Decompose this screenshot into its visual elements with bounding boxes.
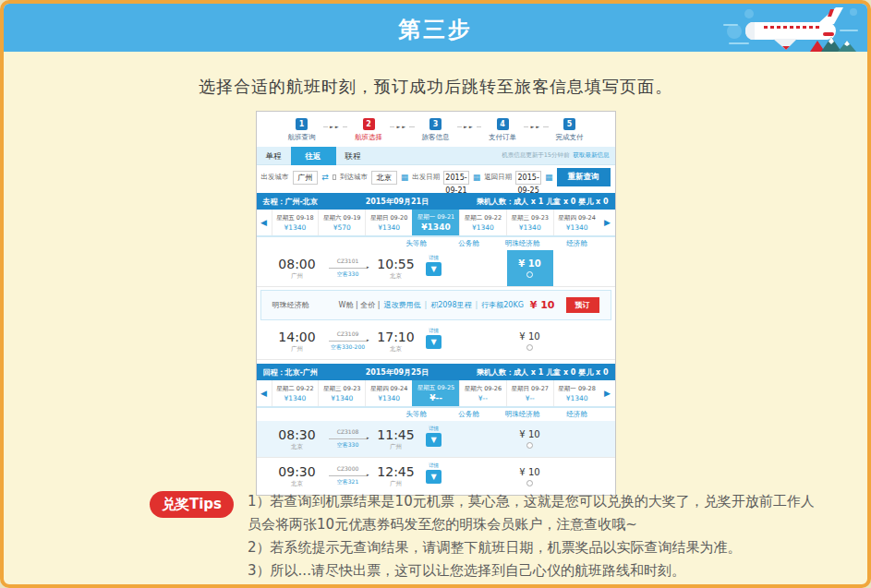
step-number: 1 <box>296 118 308 130</box>
tab-oneway[interactable]: 单程 <box>257 147 291 165</box>
outbound-header-bar: 去程：广州-北京 2015年09月21日 乘机人数：成人 x 1 儿童 x 0 … <box>257 193 615 210</box>
step-connector: ►► <box>323 124 348 129</box>
date-cell[interactable]: 星期六 09-19 ¥570 <box>318 210 365 235</box>
detail-dropdown-button[interactable]: 详情 ▼ <box>425 462 443 484</box>
tab-multileg[interactable]: 联程 <box>336 147 370 165</box>
outbound-route: 去程：广州-北京 <box>263 197 318 207</box>
depart-calendar-icon[interactable]: ▦ <box>473 174 481 182</box>
refresh-link[interactable]: 获取最新信息 <box>574 151 615 160</box>
mileage-link[interactable]: 积2098里程 <box>430 300 471 310</box>
date-cell[interactable]: 星期一 09-28 ¥1340 <box>553 380 600 406</box>
date-cell[interactable]: 星期日 09-20 ¥1340 <box>365 210 412 235</box>
step-connector: ►► <box>390 124 415 129</box>
date-cell[interactable]: 星期三 09-23 ¥1340 <box>506 210 553 235</box>
tab-roundtrip[interactable]: 往返 <box>291 147 336 165</box>
detail-dropdown-button[interactable]: 详情 ▼ <box>425 426 443 447</box>
inbound-date: 2015年09月25日 <box>366 367 429 378</box>
date-cell[interactable]: 星期日 09-27 ¥-- <box>506 380 553 406</box>
date-price: ¥1340 <box>378 394 400 402</box>
from-city-input[interactable]: 广州 <box>293 171 319 185</box>
aircraft-type[interactable]: 空客330 <box>325 441 371 450</box>
date-cell[interactable]: 星期四 09-24 ¥1340 <box>365 380 412 406</box>
date-cell-selected[interactable]: 星期五 09-25 ¥-- <box>412 380 459 406</box>
detail-label: 详情 <box>425 328 443 334</box>
fare-cabin: 明珠经济舱 <box>272 300 309 310</box>
tip-item-2: 2）若系统提示无查询结果，请调整下航班日期，机票奖品以实际查询结果为准。 <box>248 536 825 559</box>
tip-item-1: 1）若查询到机票结果是10元机票，莫心急，这就是您可以兑换的大奖了，兑奖开放前工… <box>248 490 825 536</box>
refund-rule-link[interactable]: 退改费用低 <box>383 300 420 310</box>
date-label: 星期日 09-27 <box>511 385 548 393</box>
tips-badge: 兑奖Tips <box>150 491 234 518</box>
prev-dates-arrow[interactable]: ◀ <box>257 380 272 406</box>
detail-dropdown-button[interactable]: 详情 ▼ <box>425 328 443 349</box>
cabin-pearl-economy: 明珠经济舱 <box>505 410 540 419</box>
date-price: ¥1340 <box>519 223 541 232</box>
departure-block: 14:00 广州 <box>272 330 323 354</box>
step-passenger-info: 3 旅客信息 <box>415 118 457 142</box>
arr-city: 广州 <box>373 443 419 451</box>
prev-dates-arrow[interactable]: ◀ <box>257 210 272 235</box>
trip-type-tabs: 单程 往返 联程 机票信息更新于15分钟前 获取最新信息 <box>257 147 615 165</box>
detail-dropdown-button[interactable]: 详情 ▼ <box>425 255 443 276</box>
price-cell[interactable]: ¥ 10 <box>507 421 553 457</box>
cabin-business: 公务舱 <box>458 410 479 419</box>
depart-date-input[interactable]: 2015-09-21 <box>443 171 469 185</box>
price-cell[interactable]: ¥ 10 <box>507 458 553 495</box>
to-city-label: 到达城市 <box>340 173 368 182</box>
date-cell[interactable]: 星期四 09-24 ¥1340 <box>553 210 600 235</box>
swap-cities-icon[interactable]: ⇄ <box>321 173 329 182</box>
return-date-input[interactable]: 2015-09-25 <box>515 171 541 185</box>
step-number: 5 <box>563 118 575 130</box>
arr-time: 17:10 <box>373 330 419 344</box>
date-cell[interactable]: 星期二 09-22 ¥1340 <box>272 380 319 406</box>
fare-price: ¥ 10 <box>519 467 539 477</box>
aircraft-type[interactable]: 空客330 <box>325 270 371 279</box>
arr-city: 北京 <box>373 345 419 354</box>
flight-info-block: CZ3109 空客330-200 <box>325 330 371 352</box>
chevron-down-icon: ▼ <box>426 433 442 447</box>
cabin-pearl-economy: 明珠经济舱 <box>505 239 540 248</box>
departure-block: 08:00 广州 <box>272 257 323 281</box>
arr-time: 10:55 <box>373 257 419 271</box>
step-flight-search: 1 航班查询 <box>281 118 323 142</box>
baggage-link[interactable]: 行李额20KG <box>481 300 524 310</box>
next-dates-arrow[interactable]: ▶ <box>600 210 615 235</box>
date-price: ¥-- <box>429 393 442 402</box>
inbound-pax: 乘机人数：成人 x 1 儿童 x 0 婴儿 x 0 <box>477 367 608 378</box>
dep-city: 北京 <box>272 480 323 488</box>
fare-radio <box>526 271 533 278</box>
fare-radio <box>526 344 533 351</box>
outbound-pax: 乘机人数：成人 x 1 儿童 x 0 婴儿 x 0 <box>477 197 608 207</box>
step-number: 2 <box>363 118 375 130</box>
date-cell[interactable]: 星期五 09-18 ¥1340 <box>272 210 319 235</box>
date-label: 星期日 09-20 <box>370 214 407 222</box>
step-flight-select: 2 航班选择 <box>347 118 390 142</box>
aircraft-type[interactable]: 空客330-200 <box>325 343 371 352</box>
date-cell[interactable]: 星期三 09-23 ¥1340 <box>318 380 365 406</box>
step-number: 3 <box>429 118 442 130</box>
price-cell[interactable]: ¥ 10 <box>507 323 553 359</box>
date-price: ¥1340 <box>284 394 307 402</box>
to-city-input[interactable]: 北京 <box>371 171 397 185</box>
fare-price: ¥ 10 <box>518 258 540 269</box>
date-cell-selected[interactable]: 星期一 09-21 ¥1340 <box>412 210 459 235</box>
booking-screenshot: 1 航班查询 ►► 2 航班选择 ►► 3 旅客信息 ►► 4 支付订单 ►► … <box>256 111 616 496</box>
date-label: 星期六 09-26 <box>465 385 502 393</box>
date-price: ¥1340 <box>566 394 588 402</box>
city-picker-icon[interactable]: ▦ <box>401 174 409 182</box>
return-calendar-icon[interactable]: ▦ <box>545 174 553 182</box>
price-cell-selected[interactable]: ¥ 10 <box>507 250 553 286</box>
step-label: 航班选择 <box>355 133 382 142</box>
arr-time: 11:45 <box>373 427 419 442</box>
aircraft-type[interactable]: 空客321 <box>325 478 371 486</box>
option-checkbox[interactable] <box>333 174 336 180</box>
requery-button[interactable]: 重新查询 <box>557 168 611 186</box>
progress-stepper: 1 航班查询 ►► 2 航班选择 ►► 3 旅客信息 ►► 4 支付订单 ►► … <box>257 112 615 147</box>
date-cell[interactable]: 星期六 09-26 ¥-- <box>459 380 506 406</box>
plane-illustration <box>721 4 862 52</box>
book-button[interactable]: 预订 <box>566 297 599 313</box>
step-label: 旅客信息 <box>422 133 450 142</box>
flight-row: 08:00 广州 CZ3101 空客330 10:55 北京 详情 ▼ ¥ 10 <box>257 250 615 287</box>
date-cell[interactable]: 星期二 09-22 ¥1340 <box>459 210 506 235</box>
next-dates-arrow[interactable]: ▶ <box>600 380 615 406</box>
